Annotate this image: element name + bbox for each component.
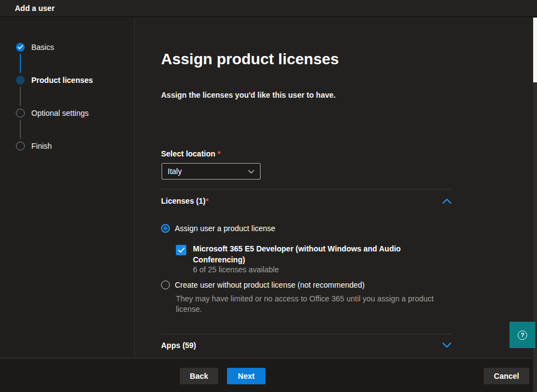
wizard-footer: Back Next Cancel	[0, 358, 537, 392]
no-license-radio-label: Create user without product license (not…	[175, 281, 365, 289]
wizard-titlebar: Add a user	[0, 0, 537, 17]
step-connector	[20, 87, 21, 106]
radio-unselected-icon	[161, 281, 170, 289]
step-connector	[20, 54, 21, 73]
help-button[interactable]: ?	[510, 322, 535, 348]
section-divider	[161, 189, 452, 189]
required-asterisk: *	[206, 197, 208, 205]
step-label: Basics	[31, 43, 54, 52]
cancel-button[interactable]: Cancel	[484, 368, 529, 384]
licenses-title-text: Licenses (1)	[161, 197, 206, 205]
chevron-down-icon	[248, 169, 254, 174]
step-label: Optional settings	[31, 109, 88, 117]
step-upcoming-circle-icon	[16, 109, 25, 117]
sidebar-item-optional-settings[interactable]: Optional settings	[16, 109, 88, 117]
step-completed-check-icon	[16, 43, 25, 52]
licenses-accordion-header[interactable]: Licenses (1)*	[161, 196, 452, 206]
license-availability-text: 6 of 25 licenses available	[193, 265, 279, 274]
section-divider	[161, 334, 452, 334]
no-license-radio[interactable]: Create user without product license (not…	[161, 281, 365, 289]
radio-dot	[163, 226, 168, 231]
page-title: Assign product licenses	[161, 51, 339, 68]
wizard-title: Add a user	[15, 4, 54, 13]
select-location-label: Select location *	[161, 149, 220, 158]
required-asterisk: *	[218, 149, 220, 158]
license-checkbox-checked[interactable]	[176, 245, 186, 255]
location-dropdown-value: Italy	[168, 167, 182, 176]
content-area: Basics Product licenses Optional setting…	[0, 18, 537, 357]
step-label: Product licenses	[31, 76, 93, 85]
help-question-icon: ?	[518, 331, 527, 340]
back-button[interactable]: Back	[180, 368, 218, 384]
wizard-steps-sidebar: Basics Product licenses Optional setting…	[0, 18, 135, 357]
licenses-section-title: Licenses (1)*	[161, 197, 208, 205]
step-connector	[20, 120, 21, 139]
step-upcoming-circle-icon	[16, 142, 25, 150]
assign-license-radio-label: Assign user a product license	[175, 224, 275, 233]
sidebar-item-product-licenses[interactable]: Product licenses	[16, 76, 93, 85]
apps-accordion-header[interactable]: Apps (59)	[161, 340, 452, 350]
page-subtitle: Assign the licenses you'd like this user…	[161, 91, 336, 99]
location-dropdown[interactable]: Italy	[162, 163, 261, 180]
apps-section-title: Apps (59)	[161, 341, 196, 350]
main-pane: Assign product licenses Assign the licen…	[135, 18, 537, 357]
radio-selected-icon	[161, 224, 170, 233]
step-current-dot-icon	[16, 76, 25, 85]
next-button[interactable]: Next	[227, 368, 265, 384]
step-label: Finish	[31, 142, 52, 150]
sidebar-item-basics[interactable]: Basics	[16, 43, 54, 52]
no-license-helper-text: They may have limited or no access to Of…	[176, 294, 437, 315]
assign-license-radio[interactable]: Assign user a product license	[161, 224, 275, 233]
license-item-row: Microsoft 365 E5 Developer (without Wind…	[176, 242, 435, 265]
license-name-label: Microsoft 365 E5 Developer (without Wind…	[193, 242, 435, 265]
sidebar-item-finish[interactable]: Finish	[16, 142, 52, 150]
select-location-label-text: Select location	[161, 149, 218, 158]
chevron-down-icon[interactable]	[442, 341, 452, 349]
chevron-up-icon[interactable]	[442, 197, 452, 205]
scrollbar-thumb[interactable]	[533, 18, 537, 82]
